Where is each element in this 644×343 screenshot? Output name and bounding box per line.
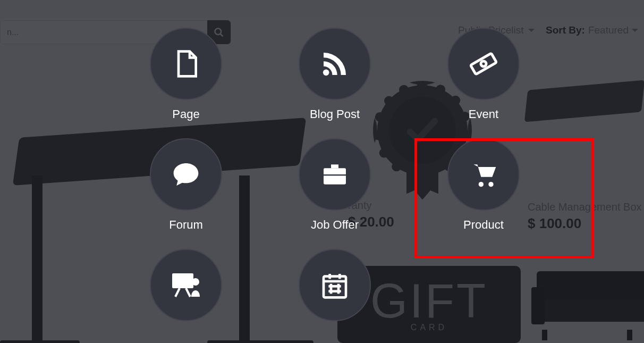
new-content-grid: Page Blog Post Event Forum Job Offer Pro… bbox=[128, 28, 542, 329]
option-label: Page bbox=[172, 107, 199, 121]
option-product[interactable]: Product bbox=[425, 138, 542, 232]
cart-icon bbox=[469, 160, 498, 189]
ticket-icon bbox=[468, 48, 499, 80]
calendar-icon bbox=[320, 270, 350, 300]
svg-point-8 bbox=[488, 182, 493, 187]
option-label: Blog Post bbox=[310, 107, 360, 121]
option-label: Job Offer bbox=[311, 218, 359, 232]
option-page[interactable]: Page bbox=[128, 28, 244, 121]
rss-icon bbox=[320, 49, 350, 79]
option-label: Forum bbox=[169, 218, 203, 232]
option-course[interactable] bbox=[128, 249, 244, 329]
option-blog-post[interactable]: Blog Post bbox=[276, 28, 393, 121]
option-appointment[interactable] bbox=[276, 249, 393, 329]
comment-icon bbox=[171, 160, 201, 189]
file-icon bbox=[171, 49, 201, 79]
briefcase-icon bbox=[320, 160, 350, 189]
option-label: Event bbox=[469, 107, 498, 121]
svg-point-7 bbox=[479, 182, 484, 187]
svg-point-12 bbox=[192, 278, 199, 286]
option-label: Product bbox=[463, 218, 504, 232]
svg-rect-6 bbox=[324, 174, 346, 175]
presenter-icon bbox=[169, 268, 203, 302]
option-forum[interactable]: Forum bbox=[128, 138, 244, 232]
svg-rect-3 bbox=[471, 53, 497, 74]
svg-rect-5 bbox=[324, 168, 346, 184]
svg-line-11 bbox=[186, 288, 190, 297]
svg-point-2 bbox=[323, 70, 329, 76]
option-job-offer[interactable]: Job Offer bbox=[276, 138, 393, 232]
option-event[interactable]: Event bbox=[425, 28, 542, 121]
svg-point-4 bbox=[480, 60, 487, 68]
svg-line-10 bbox=[175, 288, 180, 297]
